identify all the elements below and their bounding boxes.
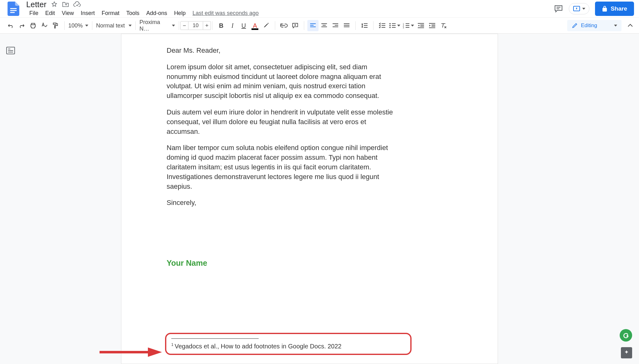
print-button[interactable]	[27, 20, 39, 31]
page-content[interactable]: Dear Ms. Reader, Lorem ipsum dolor sit a…	[167, 46, 398, 275]
paragraph-1[interactable]: Lorem ipsum dolor sit amet, consectetuer…	[167, 62, 398, 101]
collapse-toolbar-button[interactable]	[625, 20, 636, 31]
menu-tools[interactable]: Tools	[123, 9, 143, 18]
svg-rect-1	[10, 10, 17, 11]
svg-point-5	[389, 25, 391, 26]
last-edit-link[interactable]: Last edit was seconds ago	[193, 10, 259, 17]
outline-toggle-icon[interactable]	[6, 47, 15, 54]
text-color-button[interactable]: A	[249, 20, 261, 31]
zoom-value: 100%	[68, 22, 83, 29]
chevron-down-icon	[172, 25, 175, 27]
highlight-button[interactable]	[261, 20, 272, 31]
svg-point-6	[389, 27, 391, 28]
menu-addons[interactable]: Add-ons	[143, 9, 170, 18]
font-size-increase[interactable]: +	[203, 21, 211, 30]
mode-label: Editing	[581, 22, 597, 29]
svg-marker-12	[148, 347, 162, 357]
svg-rect-0	[10, 8, 17, 9]
explore-icon[interactable]	[621, 347, 632, 358]
align-justify-button[interactable]	[341, 20, 352, 31]
chevron-down-icon	[614, 25, 617, 27]
footnote-area: 1Vegadocs et al., How to add footnotes i…	[165, 333, 412, 355]
share-label: Share	[611, 5, 627, 12]
menu-insert[interactable]: Insert	[78, 9, 98, 18]
font-size-control: − +	[180, 21, 211, 30]
font-size-input[interactable]	[188, 21, 203, 30]
numbered-list-button[interactable]: 123	[402, 20, 415, 31]
paint-format-button[interactable]	[50, 20, 61, 31]
star-icon[interactable]	[51, 1, 58, 8]
present-button[interactable]	[569, 3, 589, 14]
move-folder-icon[interactable]	[62, 1, 69, 7]
line-spacing-button[interactable]	[359, 20, 370, 31]
undo-button[interactable]	[5, 20, 16, 31]
decrease-indent-button[interactable]	[415, 20, 427, 31]
footnote-highlight-box: 1Vegadocs et al., How to add footnotes i…	[165, 333, 412, 355]
paragraph-2[interactable]: Duis autem vel eum iriure dolor in hendr…	[167, 108, 398, 136]
closing-line[interactable]: Sincerely,	[167, 198, 398, 208]
increase-indent-button[interactable]	[427, 20, 438, 31]
menu-help[interactable]: Help	[171, 9, 189, 18]
font-size-decrease[interactable]: −	[180, 21, 188, 30]
italic-button[interactable]: I	[227, 20, 238, 31]
toolbar: 100% Normal text Proxima N… − + B I U A	[0, 17, 639, 34]
menu-view[interactable]: View	[59, 9, 77, 18]
page[interactable]: Dear Ms. Reader, Lorem ipsum dolor sit a…	[121, 34, 498, 364]
bold-button[interactable]: B	[216, 20, 227, 31]
insert-comment-button[interactable]	[290, 20, 301, 31]
annotation-arrow-icon	[100, 346, 162, 358]
paragraph-3[interactable]: Nam liber tempor cum soluta nobis eleife…	[167, 143, 398, 191]
share-button[interactable]: Share	[595, 2, 634, 16]
footnote-ref-number: 1	[171, 342, 173, 347]
font-value: Proxima N…	[139, 19, 169, 32]
zoom-select[interactable]: 100%	[66, 22, 91, 29]
style-value: Normal text	[96, 22, 125, 29]
align-center-button[interactable]	[319, 20, 330, 31]
mode-button[interactable]: Editing	[567, 20, 622, 31]
insert-link-button[interactable]	[278, 20, 290, 31]
chevron-down-icon	[582, 8, 585, 10]
svg-point-4	[389, 23, 391, 24]
align-left-button[interactable]	[307, 20, 319, 31]
grammarly-icon[interactable]	[620, 329, 632, 342]
cloud-saved-icon[interactable]	[73, 1, 81, 7]
comments-icon[interactable]	[554, 4, 563, 13]
signature-line[interactable]: Your Name	[167, 258, 398, 269]
font-family-select[interactable]: Proxima N…	[137, 19, 178, 32]
menu-bar: File Edit View Insert Format Tools Add-o…	[26, 8, 554, 18]
menu-file[interactable]: File	[26, 9, 41, 18]
svg-rect-2	[10, 12, 15, 13]
document-title[interactable]: Letter	[26, 0, 46, 9]
align-right-button[interactable]	[330, 20, 341, 31]
title-bar: Letter File Edit View Insert Format Tool…	[0, 0, 639, 17]
redo-button[interactable]	[16, 20, 27, 31]
canvas-area: Dear Ms. Reader, Lorem ipsum dolor sit a…	[0, 34, 639, 364]
svg-text:3: 3	[403, 27, 404, 28]
chevron-down-icon	[85, 25, 88, 27]
footnote-text[interactable]: 1Vegadocs et al., How to add footnotes i…	[171, 342, 405, 350]
clear-formatting-button[interactable]	[438, 20, 449, 31]
chevron-down-icon	[129, 25, 132, 27]
docs-logo-icon[interactable]	[6, 1, 21, 17]
bulleted-list-button[interactable]	[388, 20, 402, 31]
menu-edit[interactable]: Edit	[42, 9, 58, 18]
footnote-body[interactable]: Vegadocs et al., How to add footnotes in…	[175, 343, 342, 350]
greeting-line[interactable]: Dear Ms. Reader,	[167, 46, 398, 56]
spellcheck-button[interactable]	[39, 20, 50, 31]
paragraph-style-select[interactable]: Normal text	[94, 22, 134, 29]
footnote-separator	[171, 338, 259, 339]
menu-format[interactable]: Format	[99, 9, 123, 18]
checklist-button[interactable]	[377, 20, 388, 31]
underline-button[interactable]: U	[238, 20, 249, 31]
